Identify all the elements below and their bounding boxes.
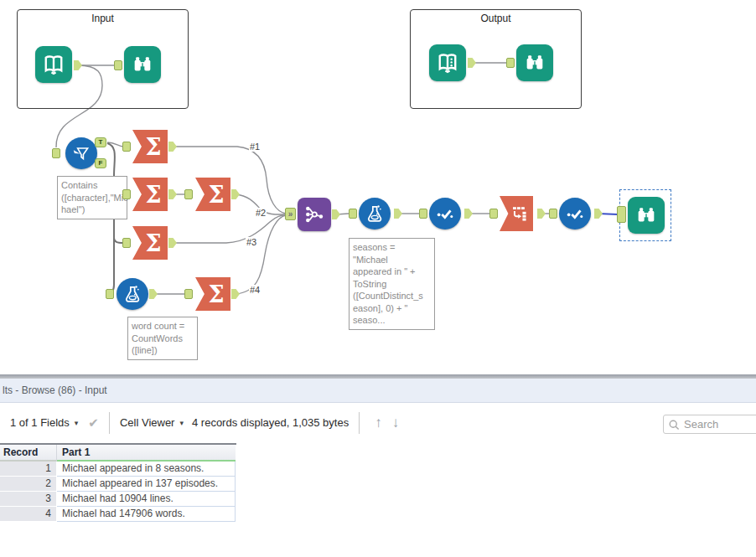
table-row[interactable]: 4 Michael had 147906 words.: [0, 507, 236, 522]
record-number[interactable]: 1: [0, 462, 57, 477]
binoculars-icon: [634, 204, 658, 227]
output-anchor[interactable]: [394, 209, 402, 219]
table-header-row: Record Part 1: [0, 443, 236, 462]
arrow-down-icon[interactable]: ↓: [392, 415, 400, 431]
output-anchor[interactable]: [464, 209, 473, 219]
input-anchor[interactable]: [184, 189, 193, 199]
wire-label-2: #2: [255, 208, 267, 218]
search-box[interactable]: [663, 415, 756, 434]
input-anchor[interactable]: [106, 289, 114, 299]
table-row[interactable]: 1 Michael appeared in 8 seasons.: [0, 462, 236, 477]
tool-formula-1[interactable]: [117, 278, 148, 310]
apply-check-icon[interactable]: ✔: [88, 415, 99, 431]
table-row[interactable]: 2 Michael appeared in 137 episodes.: [0, 477, 236, 492]
alteryx-window: Input Output: [0, 0, 756, 557]
arrow-up-icon[interactable]: ↑: [375, 415, 382, 431]
fields-dropdown[interactable]: 1 of 1 Fields ▾: [10, 416, 78, 429]
output-anchor[interactable]: [594, 209, 603, 219]
toolbar-separator: [359, 412, 360, 434]
input-anchor[interactable]: [184, 289, 193, 299]
input-anchor[interactable]: [489, 209, 498, 219]
tool-select-2[interactable]: [559, 198, 591, 230]
table-row[interactable]: 3 Michael had 10904 lines.: [0, 492, 236, 507]
record-number[interactable]: 3: [0, 492, 57, 507]
tool-text-input-1[interactable]: [35, 46, 72, 83]
binoculars-icon: [523, 51, 546, 75]
input-anchor[interactable]: [52, 148, 60, 158]
output-anchor[interactable]: [537, 209, 546, 219]
transpose-icon: [509, 203, 531, 224]
check-dots-icon: [564, 203, 586, 224]
cell-viewer-label: Cell Viewer: [120, 416, 175, 429]
tool-filter[interactable]: [65, 137, 97, 169]
annotation-filter[interactable]: Contains ([character],"Mic hael"): [57, 176, 127, 219]
tool-summarize-1[interactable]: Σ: [132, 130, 168, 163]
input-anchor[interactable]: [549, 209, 557, 219]
wire-label-1: #1: [249, 142, 261, 152]
tool-browse-1[interactable]: [124, 46, 161, 83]
book-dots-icon: [435, 50, 460, 75]
chevron-down-icon: ▾: [179, 419, 184, 427]
tool-text-input-2[interactable]: [429, 44, 466, 81]
input-anchor[interactable]: [617, 206, 626, 223]
flask-icon: [364, 203, 386, 224]
false-anchor[interactable]: F: [95, 158, 106, 168]
binoculars-icon: [131, 53, 154, 76]
tool-browse-2[interactable]: [516, 44, 553, 81]
container-output-label: Output: [477, 13, 514, 24]
input-anchor[interactable]: [114, 60, 122, 70]
output-anchor[interactable]: [168, 142, 177, 152]
flask-icon: [122, 283, 143, 305]
fields-dropdown-label: 1 of 1 Fields: [10, 416, 70, 429]
tool-union[interactable]: [298, 198, 331, 231]
search-input[interactable]: [684, 416, 756, 432]
input-anchor[interactable]: [122, 189, 131, 199]
input-anchor[interactable]: [419, 209, 427, 219]
wire-label-3: #3: [246, 237, 257, 247]
records-info: 4 records displayed, 1,035 bytes: [192, 416, 349, 429]
results-panel-title: lts - Browse (86) - Input: [0, 379, 756, 403]
cell-part1[interactable]: Michael had 10904 lines.: [57, 492, 236, 507]
toolbar-separator: [109, 412, 110, 434]
tool-browse-selected[interactable]: [628, 197, 665, 234]
tool-summarize-4[interactable]: Σ: [132, 226, 168, 260]
input-anchor[interactable]: [122, 142, 131, 152]
output-anchor[interactable]: [231, 289, 240, 299]
funnel-icon: [70, 142, 92, 164]
cell-viewer-dropdown[interactable]: Cell Viewer ▾: [120, 416, 184, 429]
chevron-down-icon: ▾: [75, 419, 79, 427]
tool-transpose[interactable]: [500, 196, 533, 231]
wire-label-4: #4: [249, 285, 261, 295]
output-anchor[interactable]: [168, 238, 177, 248]
cell-part1[interactable]: Michael appeared in 8 seasons.: [57, 462, 236, 477]
input-anchor[interactable]: [349, 209, 357, 219]
check-dots-icon: [434, 203, 456, 224]
annotation-word-count[interactable]: word count = CountWords ([line]): [127, 317, 198, 360]
input-anchor[interactable]: [506, 58, 515, 68]
multi-input-anchor[interactable]: »: [285, 208, 296, 220]
cell-part1[interactable]: Michael appeared in 137 episodes.: [57, 477, 236, 492]
results-table: Record Part 1 1 Michael appeared in 8 se…: [0, 443, 236, 522]
true-anchor[interactable]: T: [95, 137, 106, 147]
cell-part1[interactable]: Michael had 147906 words.: [57, 507, 236, 522]
tool-select-1[interactable]: [429, 198, 461, 230]
book-icon: [41, 52, 66, 77]
union-icon: [303, 203, 326, 226]
workflow-canvas[interactable]: Input Output: [0, 0, 756, 374]
tool-summarize-3[interactable]: Σ: [195, 178, 230, 211]
column-header-record[interactable]: Record: [0, 445, 57, 462]
tool-summarize-2[interactable]: Σ: [132, 178, 168, 211]
output-anchor[interactable]: [332, 209, 340, 219]
record-number[interactable]: 4: [0, 507, 57, 522]
output-anchor[interactable]: [231, 189, 240, 199]
output-anchor[interactable]: [168, 189, 177, 199]
column-header-part1[interactable]: Part 1: [57, 445, 236, 462]
output-anchor[interactable]: [149, 289, 158, 299]
annotation-seasons[interactable]: seasons = "Michael appeared in " + ToStr…: [349, 238, 435, 330]
input-anchor[interactable]: [122, 238, 131, 248]
container-input-label: Input: [88, 13, 117, 24]
tool-formula-2[interactable]: [359, 198, 391, 230]
tool-summarize-5[interactable]: Σ: [195, 277, 230, 311]
search-icon: [669, 420, 680, 431]
record-number[interactable]: 2: [0, 477, 57, 492]
